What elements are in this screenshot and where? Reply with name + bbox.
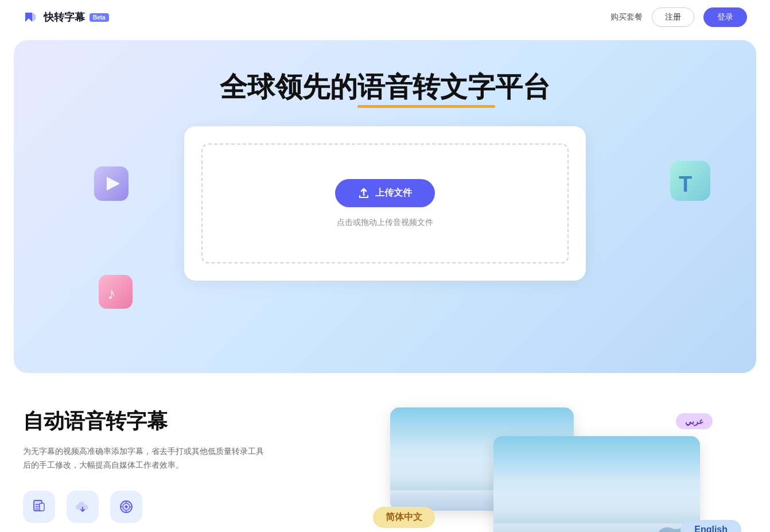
svg-text:♪: ♪ (107, 285, 115, 302)
target-icon-button[interactable] (110, 491, 142, 523)
login-button[interactable]: 登录 (703, 7, 747, 27)
float-t-icon: T (664, 155, 716, 209)
hero-title: 全球领先的语音转文字平台 (37, 69, 733, 106)
svg-rect-8 (40, 503, 44, 511)
logo-text: 快转字幕 (44, 10, 85, 24)
svg-text:T: T (679, 172, 692, 196)
sky-image-front (493, 436, 700, 532)
upload-card: 上传文件 点击或拖动上传音视频文件 (184, 126, 586, 281)
feature-icons (23, 491, 310, 523)
upload-button[interactable]: 上传文件 (335, 179, 435, 207)
image-card-front (493, 436, 700, 532)
float-play-icon (88, 161, 134, 209)
upload-hint: 点击或拖动上传音视频文件 (337, 218, 433, 228)
cloud-icon-button[interactable] (67, 491, 99, 523)
float-music-icon: ♪ (94, 270, 137, 316)
section-desc: 为无字幕的视频高准确率添加字幕，省去手打或其他低质量转录工具后的手工修改，大幅提… (23, 445, 264, 472)
nav-actions: 购买套餐 注册 登录 (610, 7, 747, 27)
logo-area: 快转字幕 Beta (23, 9, 109, 25)
doc-icon-button[interactable] (23, 491, 55, 523)
logo-icon (23, 9, 39, 25)
doc-icon (32, 499, 46, 514)
bottom-left: 自动语音转字幕 为无字幕的视频高准确率添加字幕，省去手打或其他低质量转录工具后的… (23, 407, 310, 523)
hero-title-underline: 语音转文字 (357, 69, 495, 106)
upload-icon (358, 188, 370, 199)
navbar: 快转字幕 Beta 购买套餐 注册 登录 (0, 0, 770, 34)
svg-point-11 (125, 505, 128, 508)
cloud-icon (75, 499, 90, 514)
bottom-right: عربي 简体中文 English (344, 407, 747, 532)
buy-packages-link[interactable]: 购买套餐 (610, 12, 643, 22)
hero-section: ♪ T 全球领先的语音转文字平台 上传文件 (14, 40, 756, 373)
svg-rect-2 (99, 275, 133, 309)
arabic-badge: عربي (676, 413, 713, 429)
upload-dropzone[interactable]: 上传文件 点击或拖动上传音视频文件 (201, 143, 569, 263)
register-button[interactable]: 注册 (652, 7, 694, 27)
chinese-badge: 简体中文 (373, 507, 435, 528)
bottom-section: 自动语音转字幕 为无字幕的视频高准确率添加字幕，省去手打或其他低质量转录工具后的… (0, 373, 770, 532)
english-badge: English (680, 520, 741, 532)
target-icon (119, 499, 134, 514)
section-title: 自动语音转字幕 (23, 407, 310, 436)
beta-badge: Beta (90, 13, 109, 22)
